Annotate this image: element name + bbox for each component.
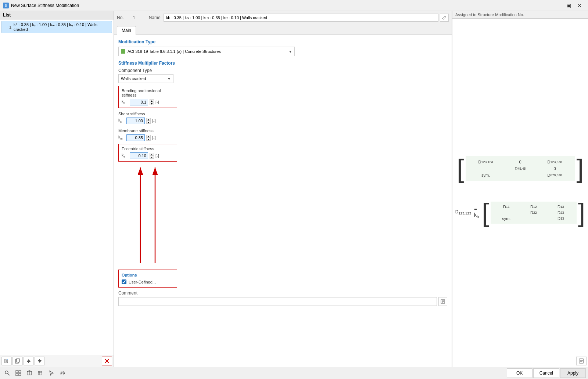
tabs-row: Main [114,24,452,35]
m1-cell-12: 0 [538,166,571,171]
list-item-num: 1 [4,25,11,29]
comment-row [118,297,447,306]
delete-button[interactable] [102,357,112,365]
bending-value-input[interactable] [130,99,148,105]
no-label: No. [117,15,124,20]
title-bar-controls: – ▣ ✕ [552,2,585,9]
svg-line-13 [444,17,445,18]
m1-cell-01: 0 [504,160,537,164]
svg-rect-33 [38,371,42,375]
matrix1-outer: [ D123,123 0 D123,678 D45,45 0 sym. D678… [457,156,584,181]
membrane-unit: [-] [152,136,156,140]
m1-cell-11: D45,45 [504,166,537,171]
svg-text:+: + [7,358,8,361]
membrane-decrement-button[interactable]: ▼ [146,138,151,141]
mod-type-text: ACI 318-19 Table 6.6.3.1.1 (a) | Concret… [128,49,288,54]
bracket-left-2: [ [482,200,489,225]
tab-main[interactable]: Main [117,26,136,35]
m2-cell-21 [521,216,546,221]
bending-subscript: kb [122,100,128,105]
name-input[interactable] [164,14,438,22]
bracket-left-1: [ [457,156,464,181]
shear-value-input[interactable] [126,118,145,124]
shear-stiffness-label: Shear stiffness [118,112,177,116]
m1-cell-02: D123,678 [538,160,571,164]
maximize-button[interactable]: ▣ [563,2,574,9]
comment-edit-button[interactable] [438,297,447,306]
pointer-icon-button[interactable] [46,369,57,378]
svg-rect-30 [19,373,21,376]
new-button[interactable]: + [1,357,12,365]
membrane-value-input[interactable] [126,134,145,141]
matrix2-grid: D11 D12 D13 D22 D23 sym. D33 [491,202,577,224]
name-label: Name [149,15,161,20]
m1-cell-00: D123,123 [469,160,502,164]
box-icon-button[interactable] [24,369,35,378]
right-panel-bottom [452,355,588,367]
eccentric-value-input[interactable] [130,152,148,159]
shear-unit: [-] [152,119,156,123]
mod-type-indicator [121,49,125,54]
eccentric-decrement-button[interactable]: ▼ [150,156,154,159]
component-type-select[interactable]: Walls cracked ▼ [118,74,173,83]
svg-rect-28 [19,371,21,373]
name-input-row [164,14,449,22]
right-panel-header: Assigned to Structure Modification No. [452,11,588,19]
bending-decrement-button[interactable]: ▼ [150,102,154,105]
cancel-button[interactable]: Cancel [533,368,559,378]
bending-spinners: ▲ ▼ [150,99,154,105]
no-name-row: No. 1 Name [114,11,452,24]
minimize-button[interactable]: – [552,2,563,9]
eccentric-increment-button[interactable]: ▲ [150,153,154,156]
settings-icon-button[interactable] [57,369,68,378]
form-content: Modification Type ACI 318-19 Table 6.6.3… [114,35,452,367]
shear-increment-button[interactable]: ▲ [146,118,151,121]
right-panel-info-button[interactable] [576,357,587,365]
copy-button[interactable] [12,357,23,365]
modification-type-select[interactable]: ACI 318-19 Table 6.6.3.1.1 (a) | Concret… [118,47,295,56]
bending-increment-button[interactable]: ▲ [150,99,154,102]
shear-subscript: ks [118,118,125,123]
apply-button[interactable]: Apply [560,368,586,378]
m2-cell-11: D22 [521,210,546,215]
comment-section: Comment [118,290,447,306]
shear-spinners: ▲ ▼ [146,118,151,124]
close-button[interactable]: ✕ [574,2,585,9]
list-item-text: kᵇ : 0.35 | kₛ : 1.00 | kₘ : 0.35 | kₑ :… [14,22,110,32]
list-item[interactable]: 1 kᵇ : 0.35 | kₛ : 1.00 | kₘ : 0.35 | kₑ… [1,21,112,33]
move-up-button[interactable] [24,357,34,365]
svg-rect-27 [16,371,18,373]
user-defined-checkbox[interactable] [122,279,126,284]
bracket-right-1: ] [577,156,584,181]
comment-select[interactable] [118,297,437,306]
name-edit-button[interactable] [440,14,449,22]
tag-icon-button[interactable] [35,369,46,378]
modification-type-section: Modification Type ACI 318-19 Table 6.6.3… [118,39,447,56]
grid-icon-button[interactable] [13,369,24,378]
arrows-svg [118,164,177,267]
list-area[interactable]: 1 kᵇ : 0.35 | kₛ : 1.00 | kₘ : 0.35 | kₑ… [0,19,114,355]
bottom-icon-toolbar: OK Cancel Apply [0,367,588,379]
bracket-right-2: ] [578,200,585,225]
component-type-row: Component Type Walls cracked ▼ [118,68,447,83]
ok-button[interactable]: OK [507,368,533,378]
m1-cell-21 [504,173,537,177]
eccentric-stiffness-label: Eccentric stiffness [122,147,174,151]
left-toolbar: + [0,355,114,367]
middle-panel: No. 1 Name Main Modification Type [114,11,452,367]
move-down-button[interactable] [35,357,45,365]
user-defined-label[interactable]: User-Defined... [129,280,156,284]
membrane-increment-button[interactable]: ▲ [146,135,151,138]
matrix2-label: D123,123 [455,209,471,215]
svg-marker-7 [27,359,31,362]
arrows-area [118,164,177,267]
search-icon-button[interactable] [2,369,12,378]
matrix2-outer: [ D11 D12 D13 D22 D23 sym. D33 ] [482,200,585,225]
component-type-value: Walls cracked [121,76,167,81]
app-icon: S [3,3,9,8]
eccentric-unit: [-] [155,154,159,158]
title-bar-left: S New Surface Stiffness Modification [3,3,79,8]
shear-stiffness-section: Shear stiffness ks ▲ ▼ [-] [118,110,177,126]
shear-decrement-button[interactable]: ▼ [146,121,151,124]
main-container: List 1 kᵇ : 0.35 | kₛ : 1.00 | kₘ : 0.35… [0,11,588,379]
